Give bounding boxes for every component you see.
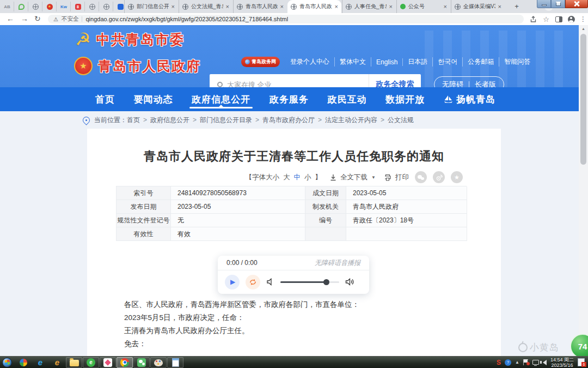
font-large-button[interactable]: 大 [283,173,290,182]
link-traditional-chinese[interactable]: 繁体中文 [335,57,371,67]
crumb-info-disclosure[interactable]: 政府信息公开 [150,116,189,125]
crumb-gov-office[interactable]: 青岛市政府办公厅 [262,116,315,125]
play-button[interactable]: ▶ [225,275,240,289]
meta-label [305,227,346,241]
link-korean[interactable]: 한국어 [433,57,463,67]
portal-logo[interactable]: 青岛政务网 [241,57,280,67]
link-japanese[interactable]: 日本語 [403,57,433,67]
document-tray-icon[interactable]: 6 [578,358,585,366]
window-close-button[interactable] [565,0,588,8]
tab-close-icon[interactable]: × [280,4,284,9]
floating-score-badge[interactable]: 74 [570,334,588,356]
reload-button[interactable]: ↻ [34,14,41,23]
share-button[interactable] [528,15,538,23]
taskbar-wechat[interactable] [133,357,150,368]
nav-services[interactable]: 政务服务 [270,87,309,111]
crumb-dept-catalog[interactable]: 部门信息公开目录 [200,116,252,125]
network-icon[interactable] [532,360,539,365]
tab-3[interactable]: 青岛市人民政府 × [233,0,287,13]
action-center-flag-icon[interactable] [523,359,529,365]
pinned-tab-green[interactable] [17,2,28,11]
link-english[interactable]: English [371,58,403,66]
palette-icon [154,359,163,366]
bookmark-star-button[interactable]: ☆ [541,15,551,23]
meta-value: 2023-05-05 [346,186,467,200]
taskbar-paint[interactable] [150,357,167,368]
font-medium-button[interactable]: 中 [294,173,301,182]
link-personal-center[interactable]: 登录个人中心 [285,57,335,67]
volume-speaker-icon[interactable] [345,278,354,286]
tab-4-active[interactable]: 青岛市人民政府 × [287,0,341,13]
share-weibo-button[interactable] [433,171,445,183]
tab-2[interactable]: 公文法规_青岛政务 × [179,0,232,13]
nav-news[interactable]: 要闻动态 [134,87,173,111]
crumb-home[interactable]: 首页 [127,116,140,125]
pinned-tab-globe2[interactable] [88,2,99,11]
tab-7[interactable]: 全媒体采编V3.0 × [451,0,505,13]
share-wechat-button[interactable] [415,171,427,183]
crumb-official-docs[interactable]: 公文法规 [388,116,414,125]
tray-expand-arrow-icon[interactable]: ▲ [515,360,519,365]
help-tray-icon[interactable]: ? [505,359,511,366]
taskbar-360-browser[interactable]: e [83,357,99,368]
government-logo[interactable]: ★ 青岛市人民政府 [74,57,201,75]
scrollbar-thumb[interactable] [580,34,586,165]
mute-speaker-icon[interactable] [266,278,274,286]
pinned-tab-red[interactable]: 8 [74,2,85,11]
tab-close-icon[interactable]: × [389,4,393,9]
download-caret-icon[interactable]: ▼ [371,175,376,180]
font-small-button[interactable]: 小 [304,173,311,182]
crumb-active-disclosure[interactable]: 法定主动公开内容 [325,116,377,125]
window-minimize-button[interactable] [537,0,551,8]
pinned-tab-gov[interactable]: ★ [46,2,57,11]
favorite-button[interactable]: ★ [451,171,463,183]
tab-close-icon[interactable]: × [444,4,447,9]
link-official-mail[interactable]: 公务邮箱 [463,57,499,67]
window-maximize-button[interactable] [551,0,565,8]
start-button[interactable] [2,358,12,367]
taskbar-notepad[interactable] [167,357,183,368]
progress-slider[interactable] [280,281,339,283]
browser-menu-button[interactable]: ⋮ [578,15,588,23]
taskbar-pink-app[interactable] [100,357,116,368]
pinned-tab-kw[interactable]: Kw [60,2,71,11]
address-bar[interactable]: ⚠ 不安全 qingdao.gov.cn/zwgk/xxgk/bgt/gkml/… [48,15,524,23]
pinned-tab-ab[interactable]: AB [3,2,14,11]
tab-6[interactable]: 公众号 × [396,0,450,13]
nav-sailing-qingdao[interactable]: 扬帆青岛 [444,87,495,111]
taskbar-ie-classic[interactable]: e [49,357,65,368]
tab-5[interactable]: 人事任免_青岛政务 × [342,0,396,13]
taskbar-app-colorful[interactable] [15,357,32,368]
nav-interaction[interactable]: 政民互动 [328,87,367,111]
tab-close-icon[interactable]: × [171,4,175,9]
tab-1[interactable]: 部门信息公开目录 × [124,0,178,13]
pinned-tab-globe3[interactable] [102,2,113,11]
forward-button[interactable]: → [21,14,28,23]
nav-info-disclosure[interactable]: 政府信息公开 [192,87,250,111]
nav-home[interactable]: 首页 [95,87,115,111]
taskbar-ie[interactable]: e [32,357,48,368]
side-panel-button[interactable] [554,15,564,23]
speaker-icon[interactable] [543,360,547,365]
tab-close-icon[interactable]: × [335,4,338,9]
link-smart-qa[interactable]: 智能问答 [499,57,535,67]
back-button[interactable]: ← [7,14,14,23]
taskbar-clock[interactable]: 14:54 周二 2023/5/16 [550,357,574,368]
new-tab-button[interactable]: + [512,2,521,11]
profile-button[interactable] [566,15,576,23]
tab-close-icon[interactable]: × [226,4,229,9]
browser-toolbar: ← → ↻ ⚠ 不安全 qingdao.gov.cn/zwgk/xxgk/bgt… [0,13,588,25]
taskbar-explorer[interactable] [66,357,82,368]
tab-title: 青岛市人民政府 [246,3,278,10]
sogou-input-icon[interactable]: S [497,359,501,366]
slider-knob[interactable] [323,279,329,285]
tab-close-icon[interactable]: × [498,4,501,9]
pinned-tab-globe1[interactable] [32,2,42,11]
nav-open-data[interactable]: 数据开放 [385,87,425,111]
party-committee-logo[interactable]: ☭ 中共青岛市委 [75,29,185,49]
scroll-up-arrow[interactable]: ▲ [579,27,588,31]
print-button[interactable]: 打印 [395,173,409,182]
repeat-button[interactable] [246,275,260,289]
taskbar-chrome-active[interactable] [117,357,133,368]
download-button[interactable]: 全文下载 [340,173,367,182]
